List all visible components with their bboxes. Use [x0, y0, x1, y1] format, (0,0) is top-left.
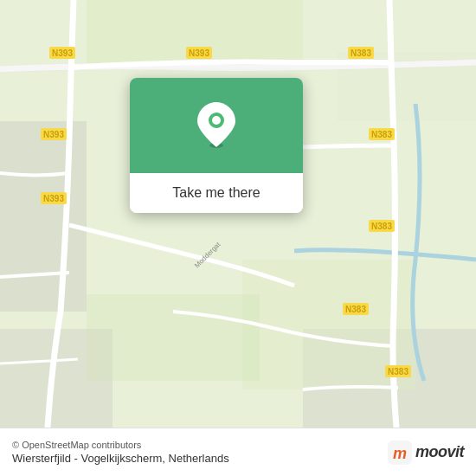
moovit-logo: m moovit	[388, 441, 464, 465]
attribution: © OpenStreetMap contributors	[12, 440, 229, 450]
svg-point-29	[212, 116, 221, 125]
popup-card: Take me there	[130, 78, 303, 213]
moovit-text: moovit	[415, 443, 464, 461]
svg-rect-7	[87, 294, 260, 381]
bottom-bar: © OpenStreetMap contributors Wiersterfji…	[0, 428, 476, 476]
svg-text:N383: N383	[351, 48, 371, 58]
svg-text:N393: N393	[43, 194, 64, 203]
svg-text:N383: N383	[388, 367, 408, 376]
svg-text:N383: N383	[345, 305, 366, 314]
take-me-there-button[interactable]: Take me there	[130, 173, 303, 213]
location-info: Wiersterfjild - Vogelkijkscherm, Netherl…	[12, 452, 229, 465]
svg-text:N383: N383	[371, 222, 392, 231]
svg-text:N383: N383	[371, 130, 392, 139]
popup-map-preview	[130, 78, 303, 173]
svg-text:N393: N393	[189, 48, 209, 58]
location-pin-icon	[197, 102, 235, 149]
svg-rect-1	[0, 121, 87, 312]
map-container: Moddergat N393 N393 N393 N393 N383 N383 …	[0, 0, 476, 428]
svg-text:N393: N393	[52, 48, 73, 58]
svg-text:N393: N393	[43, 130, 64, 139]
moovit-m-icon: m	[388, 441, 412, 465]
svg-text:m: m	[393, 445, 407, 462]
